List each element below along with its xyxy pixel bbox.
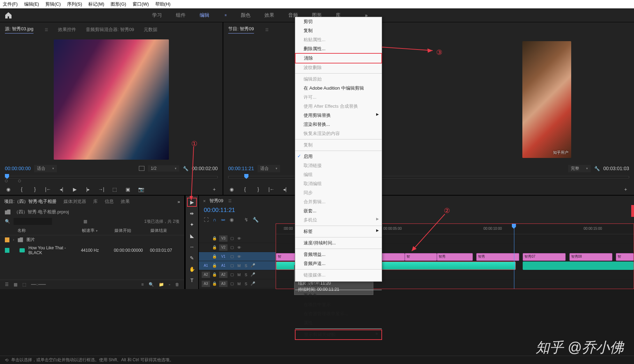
close-icon[interactable]: × <box>203 198 206 204</box>
voiceover-icon[interactable]: 🎤 <box>251 281 255 286</box>
program-tc-in[interactable]: 00:00:11:21 <box>228 166 254 171</box>
newbin-icon[interactable]: 📁 <box>159 282 164 287</box>
source-resolution-select[interactable]: 1/2▾ <box>148 165 179 172</box>
context-item[interactable]: 删除属性... <box>295 44 382 53</box>
video-clip[interactable]: 智 <box>405 253 437 261</box>
workspace-编辑[interactable]: 编辑 <box>200 12 209 18</box>
mute-icon[interactable]: M <box>237 264 241 268</box>
src-patch[interactable]: A1 <box>202 263 210 269</box>
export-icon[interactable]: 📷 <box>137 186 144 193</box>
menu-剪辑[interactable]: 剪辑(C) <box>45 1 61 7</box>
context-item[interactable]: 设为脱机... <box>295 280 382 289</box>
trackselect-tool[interactable]: ⇺ <box>187 209 197 218</box>
col-mediaend[interactable]: 媒体结束 <box>150 228 179 234</box>
timeline-tab[interactable]: 智秀09 <box>209 198 223 204</box>
source-tab-source[interactable]: 源: 智秀03.jpg <box>5 26 33 33</box>
proj-tab-info[interactable]: 信息 <box>105 198 114 205</box>
audio-track-header[interactable]: A1🔒A1▢MS🎤 <box>199 261 276 270</box>
source-zoom-select[interactable]: 适合▾ <box>34 165 57 172</box>
nest-icon[interactable]: ⛶ <box>204 217 209 222</box>
context-item[interactable]: 清除 <box>295 53 382 63</box>
eye-icon[interactable]: 👁 <box>237 245 241 250</box>
voiceover-icon[interactable]: 🎤 <box>251 272 255 277</box>
context-item[interactable]: 在项目中显示 <box>295 300 382 309</box>
wrench-icon[interactable]: 🔧 <box>594 166 600 171</box>
source-tab-effectcontrols[interactable]: 效果控件 <box>58 26 76 33</box>
hamburger-icon[interactable]: ☰ <box>228 199 232 203</box>
freeformview-icon[interactable]: ⬚ <box>22 282 26 287</box>
stepback-icon[interactable]: ◂| <box>281 186 288 193</box>
eye-icon[interactable]: 👁 <box>237 255 241 259</box>
undo-icon[interactable]: ⟲ <box>5 358 8 363</box>
output-icon[interactable]: ▢ <box>230 254 234 259</box>
filter-icon[interactable]: ▦ <box>83 219 87 224</box>
workspace-组件[interactable]: 组件 <box>176 12 186 18</box>
track-target[interactable]: V1 <box>219 253 228 260</box>
col-name[interactable]: 名称 <box>17 228 79 234</box>
gotoin-icon[interactable]: |← <box>45 186 52 193</box>
context-item[interactable]: 嵌套... <box>295 206 382 215</box>
overwrite-icon[interactable]: ▣ <box>124 186 131 193</box>
expand-icon[interactable]: › <box>13 238 14 242</box>
plus-icon[interactable]: + <box>622 186 629 193</box>
menu-序列[interactable]: 序列(S) <box>67 1 82 7</box>
video-track-header[interactable]: 🔒V3▢👁 <box>199 234 276 243</box>
find-icon[interactable]: 🔍 <box>149 282 154 287</box>
program-tab[interactable]: 节目: 智秀09 <box>228 26 254 33</box>
program-monitor[interactable]: 知乎用户 <box>223 36 634 163</box>
context-item[interactable]: 剪切 <box>295 17 382 26</box>
context-item[interactable]: 在 Adobe Audition 中编辑剪辑 <box>295 84 382 93</box>
lock-icon[interactable]: 🔒 <box>212 254 217 259</box>
video-clip[interactable]: 智秀07 <box>523 253 566 261</box>
col-framerate[interactable]: 帧速率 ▾ <box>82 228 111 234</box>
audio-clip[interactable] <box>523 261 634 270</box>
context-item[interactable]: 速度/持续时间... <box>295 238 382 248</box>
plus-icon[interactable]: + <box>211 186 218 193</box>
track-target[interactable]: A3 <box>219 281 228 287</box>
output-icon[interactable]: ▢ <box>230 236 234 241</box>
video-clip[interactable]: 智秀 <box>437 253 473 261</box>
audio-track-header[interactable]: A3🔒A3▢MS🎤 <box>199 279 276 288</box>
razor-tool[interactable]: ◣ <box>187 231 197 240</box>
settings-icon[interactable]: ↯ <box>244 217 248 222</box>
video-clip[interactable]: 智秀 <box>476 253 519 261</box>
program-zoom-select[interactable]: 适合▾ <box>258 165 280 172</box>
context-item[interactable]: 属性 <box>295 318 382 327</box>
ripple-tool[interactable]: ✦ <box>187 220 197 229</box>
type-tool[interactable]: T <box>187 276 197 285</box>
col-mediastart[interactable]: 媒体开始 <box>114 228 147 234</box>
trash-icon[interactable]: 🗑 <box>175 282 179 287</box>
gotoout-icon[interactable]: →| <box>98 186 105 193</box>
context-item[interactable]: 显示剪辑关键帧▶ <box>295 329 382 340</box>
context-item[interactable]: 音频增益... <box>295 250 382 259</box>
context-item[interactable]: 在资源管理器中显示... <box>295 309 382 318</box>
lock-icon[interactable]: 🔒 <box>212 263 217 268</box>
list-item[interactable]: How You Like That - BLACK44100 Hz00:00:0… <box>0 244 184 257</box>
lock-icon[interactable]: 🔒 <box>212 245 217 250</box>
video-track-header[interactable]: 🔒V2▢👁 <box>199 243 276 252</box>
workspace-颜色[interactable]: 颜色 <box>241 12 251 18</box>
hamburger-icon[interactable]: ☰ <box>45 28 48 32</box>
menu-标记[interactable]: 标记(M) <box>88 1 104 7</box>
wrench-icon[interactable]: 🔧 <box>253 217 259 222</box>
video-clip[interactable]: 智 <box>616 253 634 261</box>
program-resolution-select[interactable]: 完整▾ <box>568 165 591 172</box>
workspace-效果[interactable]: 效果 <box>264 12 274 18</box>
automate-icon[interactable]: ≡ <box>141 282 144 287</box>
voiceover-icon[interactable]: 🎤 <box>251 263 255 268</box>
lock-icon[interactable]: 🔒 <box>212 272 217 277</box>
source-resolution-icon[interactable] <box>139 166 144 171</box>
context-item[interactable]: 标签▶ <box>295 227 382 236</box>
hand-tool[interactable]: ✋ <box>187 265 197 274</box>
src-patch[interactable]: A3 <box>202 281 210 287</box>
mute-icon[interactable]: M <box>237 282 241 286</box>
slip-tool[interactable]: ↔ <box>187 242 197 251</box>
source-tab-audiomixer[interactable]: 音频剪辑混合器: 智秀09 <box>86 26 134 33</box>
snap-icon[interactable]: ∩ <box>213 217 216 222</box>
list-item[interactable]: ›图片 <box>0 235 184 244</box>
markout-icon[interactable]: } <box>31 186 38 193</box>
linkedsel-icon[interactable]: ⫘ <box>221 217 225 222</box>
program-scrubber[interactable] <box>223 174 634 184</box>
context-item[interactable]: 重命名... <box>295 291 382 300</box>
menu-窗口[interactable]: 窗口(W) <box>133 1 149 7</box>
